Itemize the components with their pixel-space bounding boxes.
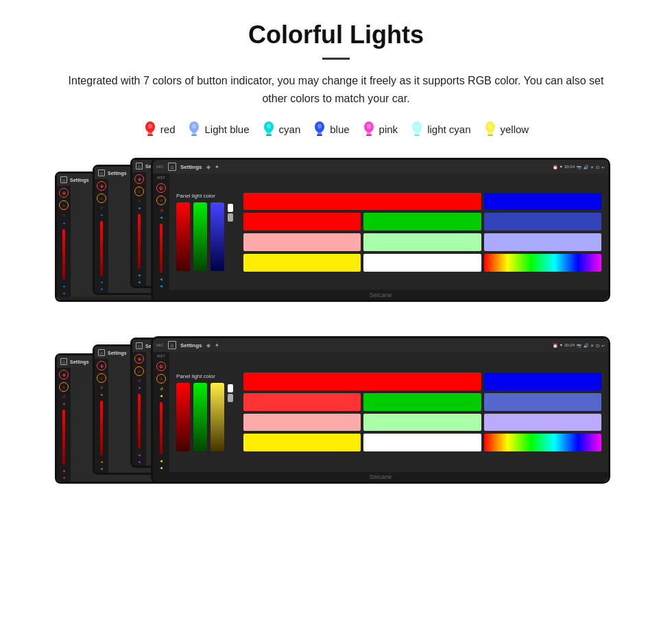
svg-point-23	[415, 124, 419, 129]
color-label-pink: pink	[379, 123, 398, 135]
color-item-cyan: cyan	[262, 119, 301, 139]
branding-label-top: Seicane	[153, 290, 608, 300]
bulb-icon-cyan	[262, 119, 276, 139]
svg-rect-22	[414, 134, 420, 136]
color-grid-bottom	[243, 373, 601, 451]
color-bar-red-b	[176, 383, 190, 451]
color-bar-blue	[211, 202, 224, 271]
top-screens-group: ⌂ Settings ← ⏻ ⌂ ↺ ◄ ◄ ◄	[27, 158, 645, 316]
svg-point-19	[367, 124, 371, 129]
svg-point-11	[267, 124, 271, 129]
color-item-red: red	[143, 119, 176, 139]
page-title: Colorful Lights	[27, 21, 645, 49]
svg-rect-2	[147, 134, 153, 136]
bulb-icon-yellow	[483, 119, 497, 139]
color-item-lightcyan: light cyan	[410, 119, 470, 139]
color-list: red Light blue cyan	[27, 119, 645, 139]
svg-rect-5	[192, 132, 196, 134]
color-item-lightblue: Light blue	[187, 119, 249, 139]
svg-rect-9	[267, 132, 271, 134]
svg-point-15	[317, 124, 322, 129]
topbar-home-icon: ⌂	[60, 176, 67, 183]
branding-label-bottom: Seicane	[153, 472, 608, 482]
svg-point-7	[192, 124, 196, 129]
bulb-icon-pink	[362, 119, 376, 139]
bottom-device-stack: ⌂ Settings ← ⏻ ⌂ ↺ ◄ ◄ ◄	[55, 336, 617, 501]
bulb-icon-red	[143, 119, 157, 139]
svg-rect-26	[488, 134, 493, 136]
color-label-cyan: cyan	[279, 123, 301, 135]
color-item-pink: pink	[362, 119, 398, 139]
svg-rect-25	[488, 132, 492, 134]
panel-label-bottom: Panel light color	[176, 373, 233, 379]
color-label-lightcyan: light cyan	[427, 123, 470, 135]
top-device-stack: ⌂ Settings ← ⏻ ⌂ ↺ ◄ ◄ ◄	[55, 158, 617, 316]
panel-label: Panel light color	[176, 193, 233, 199]
bulb-icon-lightcyan	[410, 119, 424, 139]
color-bar-red	[176, 202, 190, 271]
svg-rect-18	[366, 134, 372, 136]
svg-rect-10	[266, 134, 272, 136]
page-description: Integrated with 7 colors of button indic…	[55, 72, 617, 107]
svg-rect-1	[148, 132, 152, 134]
svg-rect-6	[191, 134, 197, 136]
color-label-lightblue: Light blue	[204, 123, 249, 135]
svg-point-3	[148, 124, 152, 129]
title-divider	[322, 58, 350, 60]
page-container: Colorful Lights Integrated with 7 colors…	[0, 0, 672, 528]
color-label-yellow: yellow	[501, 123, 529, 135]
bottom-device-frame-4-wide: MIC ⌂ Settings ◆ ✦ ⏰ ♥ 20:24 📷 🔊 ✕ ⊡	[151, 336, 610, 484]
color-label-red: red	[160, 123, 176, 135]
bottom-screens-group: ⌂ Settings ← ⏻ ⌂ ↺ ◄ ◄ ◄	[27, 336, 645, 501]
color-bar-yellow-b	[211, 383, 224, 451]
svg-rect-21	[415, 132, 419, 134]
color-item-yellow: yellow	[483, 119, 529, 139]
color-item-blue: blue	[313, 119, 349, 139]
color-grid-top	[243, 193, 601, 272]
color-label-blue: blue	[330, 123, 349, 135]
device-frame-4-wide: MIC ⌂ Settings ◆ ✦ ⏰ ♥ 20:24 📷 🔊 ✕ ⊡	[151, 158, 610, 302]
color-bar-green-b	[193, 383, 207, 451]
svg-rect-14	[317, 134, 322, 136]
svg-point-27	[488, 124, 492, 129]
bulb-icon-lightblue	[187, 119, 201, 139]
bulb-icon-blue	[313, 119, 326, 139]
svg-rect-17	[367, 132, 371, 134]
svg-rect-13	[317, 132, 322, 134]
color-bar-green	[193, 202, 207, 271]
